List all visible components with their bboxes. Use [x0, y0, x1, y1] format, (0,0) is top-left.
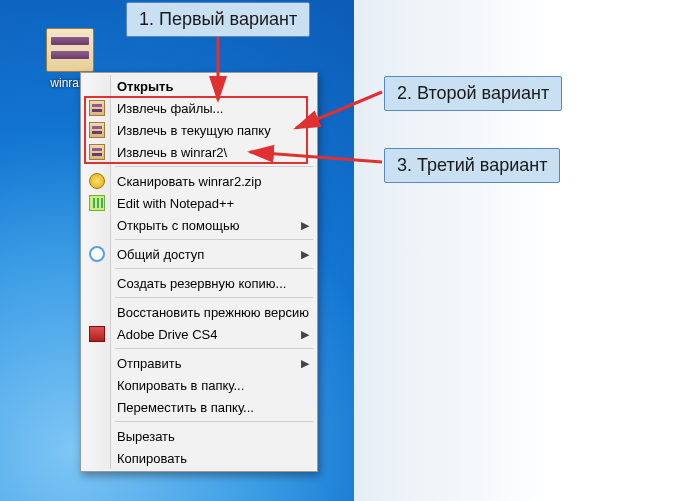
- archive-icon: [46, 28, 94, 72]
- submenu-arrow-icon: ▶: [301, 219, 309, 232]
- menu-copy-label: Копировать: [117, 451, 187, 466]
- annot-2-text: 2. Второй вариант: [397, 83, 549, 103]
- submenu-arrow-icon: ▶: [301, 248, 309, 261]
- submenu-arrow-icon: ▶: [301, 328, 309, 341]
- menu-copy-to-label: Копировать в папку...: [117, 378, 244, 393]
- menu-sep: [115, 348, 313, 349]
- menu-backup[interactable]: Создать резервную копию...: [83, 272, 315, 294]
- menu-sep: [115, 421, 313, 422]
- menu-scan[interactable]: Сканировать winrar2.zip: [83, 170, 315, 192]
- menu-sep: [115, 166, 313, 167]
- menu-extract-to[interactable]: Извлечь в winrar2\: [83, 141, 315, 163]
- menu-extract-files[interactable]: Извлечь файлы...: [83, 97, 315, 119]
- menu-adobe-label: Adobe Drive CS4: [117, 327, 217, 342]
- menu-cut[interactable]: Вырезать: [83, 425, 315, 447]
- menu-copy[interactable]: Копировать: [83, 447, 315, 469]
- menu-extract-to-label: Извлечь в winrar2\: [117, 145, 227, 160]
- menu-share-label: Общий доступ: [117, 247, 204, 262]
- submenu-arrow-icon: ▶: [301, 357, 309, 370]
- annot-3: 3. Третий вариант: [384, 148, 560, 183]
- menu-backup-label: Создать резервную копию...: [117, 276, 286, 291]
- menu-move-to[interactable]: Переместить в папку...: [83, 396, 315, 418]
- menu-sep: [115, 268, 313, 269]
- menu-extract-here-label: Извлечь в текущую папку: [117, 123, 271, 138]
- menu-move-to-label: Переместить в папку...: [117, 400, 254, 415]
- menu-extract-here[interactable]: Извлечь в текущую папку: [83, 119, 315, 141]
- menu-sep: [115, 297, 313, 298]
- context-menu: Открыть Извлечь файлы... Извлечь в текущ…: [80, 72, 318, 472]
- menu-open[interactable]: Открыть: [83, 75, 315, 97]
- menu-adobe[interactable]: Adobe Drive CS4 ▶: [83, 323, 315, 345]
- menu-open-with[interactable]: Открыть с помощью ▶: [83, 214, 315, 236]
- adobe-icon: [89, 326, 105, 342]
- annot-1: 1. Первый вариант: [126, 2, 310, 37]
- notepadpp-icon: [89, 195, 105, 211]
- menu-extract-files-label: Извлечь файлы...: [117, 101, 223, 116]
- menu-scan-label: Сканировать winrar2.zip: [117, 174, 261, 189]
- annot-3-text: 3. Третий вариант: [397, 155, 547, 175]
- menu-cut-label: Вырезать: [117, 429, 175, 444]
- menu-restore-label: Восстановить прежнюю версию: [117, 305, 309, 320]
- menu-open-label: Открыть: [117, 79, 173, 94]
- menu-edit-npp-label: Edit with Notepad++: [117, 196, 234, 211]
- menu-send-to-label: Отправить: [117, 356, 181, 371]
- shield-icon: [89, 173, 105, 189]
- menu-send-to[interactable]: Отправить ▶: [83, 352, 315, 374]
- share-icon: [89, 246, 105, 262]
- annot-1-text: 1. Первый вариант: [139, 9, 297, 29]
- menu-edit-npp[interactable]: Edit with Notepad++: [83, 192, 315, 214]
- archive-icon: [89, 100, 105, 116]
- menu-copy-to[interactable]: Копировать в папку...: [83, 374, 315, 396]
- menu-share[interactable]: Общий доступ ▶: [83, 243, 315, 265]
- annot-2: 2. Второй вариант: [384, 76, 562, 111]
- archive-icon: [89, 122, 105, 138]
- archive-icon: [89, 144, 105, 160]
- menu-sep: [115, 239, 313, 240]
- menu-restore[interactable]: Восстановить прежнюю версию: [83, 301, 315, 323]
- menu-open-with-label: Открыть с помощью: [117, 218, 239, 233]
